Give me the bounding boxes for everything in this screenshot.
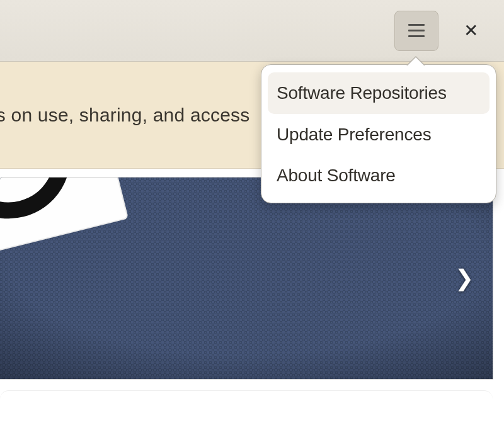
below-carousel-card [0, 390, 493, 423]
carousel-next-button[interactable]: ❯ [455, 265, 474, 291]
featured-app-tile[interactable]: ❯ [0, 178, 493, 379]
close-button[interactable]: ✕ [449, 11, 493, 51]
content-area: ❯ [0, 169, 504, 423]
license-info-text: ons on use, sharing, and access [0, 104, 249, 126]
menu-software-repositories[interactable]: Software Repositories [268, 72, 490, 114]
menu-update-preferences[interactable]: Update Preferences [268, 114, 490, 155]
featured-illustration [0, 178, 493, 379]
hamburger-icon [408, 22, 425, 39]
headerbar: ✕ [0, 0, 504, 62]
menu-about-software[interactable]: About Software [268, 155, 490, 196]
close-icon: ✕ [464, 22, 478, 40]
hamburger-button[interactable] [394, 11, 438, 51]
hamburger-menu-popover: Software Repositories Update Preferences… [261, 64, 496, 203]
